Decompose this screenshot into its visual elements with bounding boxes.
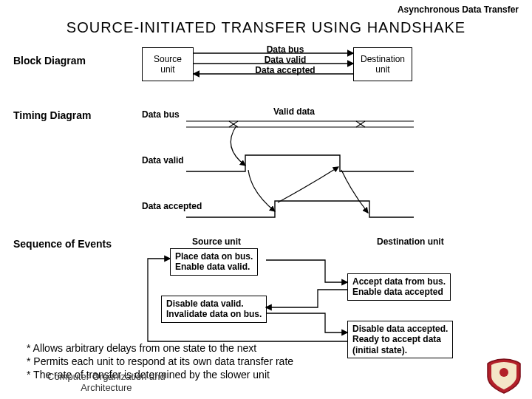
sequence-step1: Place data on bus. Enable data valid. (170, 248, 258, 276)
signal-data-valid: Data valid (241, 55, 330, 65)
svg-line-7 (229, 121, 238, 127)
timing-data-valid-label: Data valid (142, 155, 184, 166)
timing-data-bus-label: Data bus (142, 109, 180, 120)
timing-valid-data-label: Valid data (273, 106, 315, 117)
section-block-diagram: Block Diagram (13, 55, 86, 66)
svg-line-8 (229, 121, 238, 127)
sequence-step2: Accept data from bus. Enable data accept… (347, 273, 451, 301)
sequence-source-header: Source unit (192, 236, 241, 247)
footer-text: Computer Organization and Architecture (47, 371, 166, 393)
svg-line-9 (356, 121, 365, 127)
svg-point-0 (499, 368, 508, 377)
signal-data-accepted: Data accepted (241, 65, 330, 75)
topic-header: Asynchronous Data Transfer (398, 4, 519, 15)
sequence-dest-header: Destination unit (377, 236, 444, 247)
block-destination-unit: Destination unit (353, 47, 412, 81)
sequence-step4: Disable data accepted. Ready to accept d… (347, 321, 453, 358)
sequence-step3: Disable data valid. Invalidate data on b… (161, 296, 267, 323)
page-title: SOURCE-INITIATED TRANSFER USING HANDSHAK… (0, 19, 532, 36)
timing-data-accepted-label: Data accepted (142, 201, 202, 211)
block-source-unit: Source unit (142, 47, 194, 81)
bullet-1: * Allows arbitrary delays from one state… (27, 341, 256, 356)
signal-data-bus: Data bus (241, 44, 330, 55)
section-timing-diagram: Timing Diagram (13, 109, 92, 121)
svg-line-10 (356, 121, 365, 127)
section-sequence: Sequence of Events (13, 238, 112, 250)
crest-logo (483, 358, 525, 395)
bullet-2: * Permits each unit to respond at its ow… (27, 355, 293, 369)
